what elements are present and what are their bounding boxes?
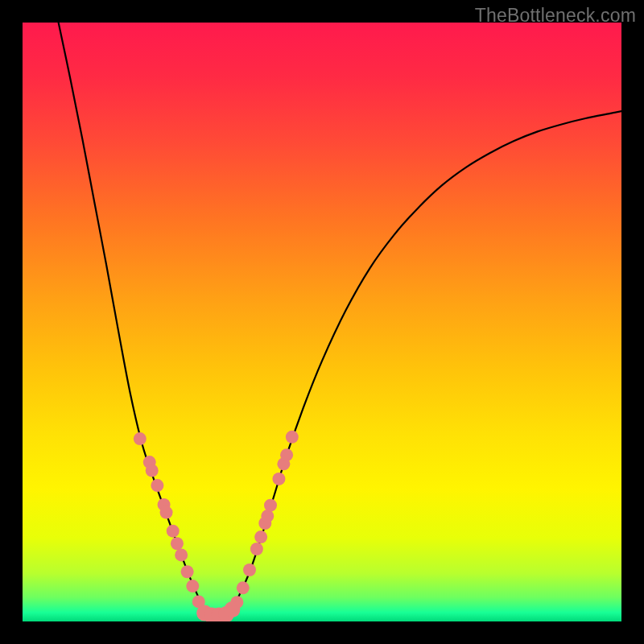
marker-right-10 xyxy=(280,448,293,461)
marker-right-2 xyxy=(243,564,256,576)
marker-left-8 xyxy=(175,548,188,561)
watermark-text: TheBottleneck.com xyxy=(475,5,636,27)
marker-left-10 xyxy=(186,580,199,592)
gradient-background xyxy=(23,23,621,621)
marker-left-7 xyxy=(171,537,184,550)
marker-left-6 xyxy=(167,525,180,538)
marker-left-0 xyxy=(134,432,147,445)
marker-right-3 xyxy=(250,543,263,555)
marker-right-1 xyxy=(237,581,250,594)
marker-right-8 xyxy=(272,473,285,485)
marker-left-5 xyxy=(160,506,173,519)
marker-right-11 xyxy=(286,431,299,444)
marker-right-7 xyxy=(264,499,277,512)
chart-svg xyxy=(23,23,621,621)
marker-right-4 xyxy=(254,530,267,543)
marker-left-3 xyxy=(151,479,163,492)
marker-right-6 xyxy=(261,510,274,522)
marker-left-2 xyxy=(146,464,159,477)
marker-left-9 xyxy=(181,565,194,578)
outer-black-frame: TheBottleneck.com xyxy=(0,0,644,644)
plot-area xyxy=(23,23,621,621)
marker-bottom-4 xyxy=(224,601,240,617)
